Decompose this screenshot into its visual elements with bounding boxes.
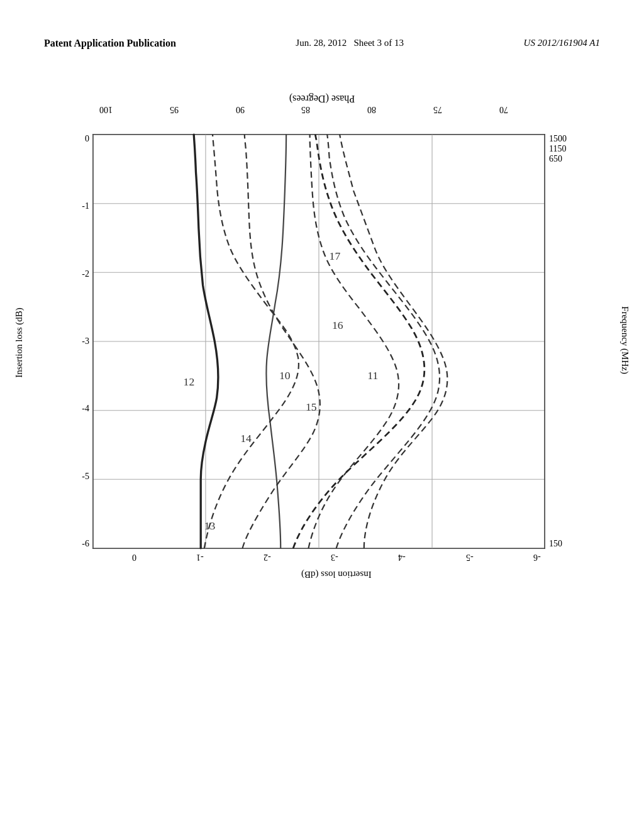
curve-label-15: 15: [306, 401, 317, 412]
chart-svg: 12 10 11 13 14 15 16 17: [93, 135, 545, 548]
bottom-axis-label: Insertion loss (dB): [301, 568, 372, 580]
frequency-label: Frequency (MHz): [619, 306, 630, 377]
chart-area: Phase (Degrees) 100 95 90 85 80 75 70 0 …: [44, 99, 600, 580]
curve-label-16: 16: [332, 320, 343, 331]
chart-plot: 12 10 11 13 14 15 16 17: [92, 134, 545, 549]
insertion-loss-label: Insertion loss (dB): [14, 305, 25, 378]
curve-label-10: 10: [279, 370, 291, 382]
header-right: US 2012/161904 A1: [524, 38, 600, 48]
phase-ticks-top: 100 95 90 85 80 75 70: [99, 104, 508, 114]
y-axis-right-ticks: 1500 1150 650 150: [545, 134, 580, 549]
header-left: Patent Application Publication: [44, 38, 176, 49]
curve-label-12: 12: [184, 377, 195, 388]
y-axis-left-ticks: 0 -1 -2 -3 -4 -5 -6: [64, 134, 92, 549]
curve-label-14: 14: [240, 433, 252, 444]
chart-body: 0 -1 -2 -3 -4 -5 -6: [64, 134, 580, 549]
header-center: Jun. 28, 2012 Sheet 3 of 13: [296, 38, 404, 48]
page: Patent Application Publication Jun. 28, …: [0, 0, 644, 830]
curve-label-13: 13: [204, 521, 216, 532]
header-sheet: Sheet 3 of 13: [353, 38, 404, 48]
curve-label-17: 17: [330, 251, 341, 262]
x-axis-bottom-ticks: 0 -1 -2 -3 -4 -5 -6: [132, 552, 541, 562]
curve-label-11: 11: [367, 370, 378, 382]
phase-axis-label: Phase (Degrees): [289, 93, 355, 104]
header: Patent Application Publication Jun. 28, …: [44, 38, 600, 49]
header-date: Jun. 28, 2012: [296, 38, 347, 48]
